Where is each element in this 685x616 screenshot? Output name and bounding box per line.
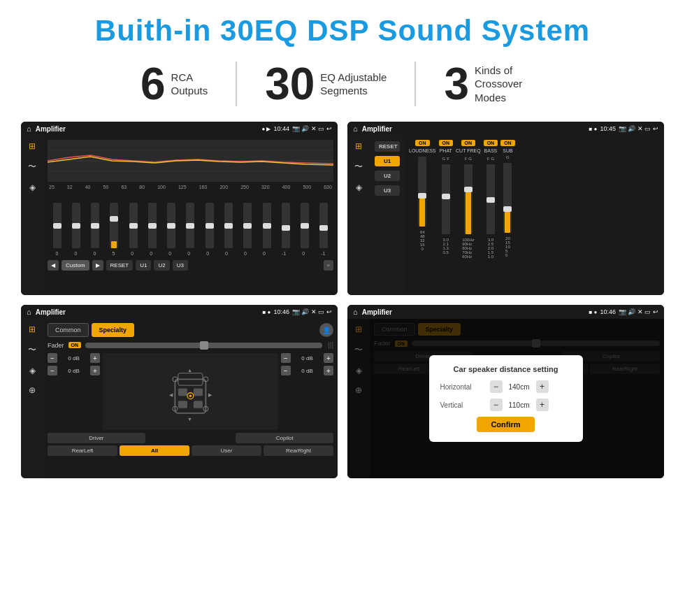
eq-slider-7[interactable] (186, 203, 194, 248)
eq-more-button[interactable]: » (324, 260, 333, 271)
eq-slider-4[interactable] (129, 203, 138, 248)
toggle-sub[interactable]: ON (500, 140, 515, 146)
stat-rca: 6 RCAOutputs (113, 62, 237, 106)
crossover-content: ⊞ 〜 ◈ RESET U1 U2 U3 ON LOUDNESS (347, 136, 664, 295)
spacer (147, 433, 234, 443)
status-bar-1: ⌂ Amplifier ● ▶ 10:44 📷 🔊 ✕ ▭ ↩ (21, 122, 338, 136)
stat-number-crossover: 3 (444, 62, 469, 106)
screen4-background: ⊞ 〜 ◈ ⊕ Common Specialty Fader ON (347, 319, 664, 478)
preset-u3[interactable]: U3 (375, 185, 400, 196)
eq-wave-icon[interactable]: 〜 (28, 161, 36, 173)
eq-slider-2[interactable] (91, 203, 99, 248)
speaker-diagram: − 0 dB + − 0 dB + (48, 353, 333, 430)
toggle-cutfreq[interactable]: ON (461, 140, 476, 146)
speaker-filter-icon[interactable]: ⊞ (29, 324, 36, 334)
reset-btn[interactable]: RESET (375, 141, 400, 152)
speaker-expand-icon[interactable]: ⊕ (29, 385, 36, 395)
dialog-title: Car speaker distance setting (440, 365, 572, 373)
screen-crossover: ⌂ Amplifier ■ ● 10:45 📷 🔊 ✕ ▭ ↩ ⊞ 〜 ◈ RE… (347, 122, 664, 295)
eq-slider-14[interactable] (319, 203, 328, 248)
eq-prev-button[interactable]: ◀ (48, 260, 59, 271)
eq-slider-11[interactable] (263, 203, 271, 248)
eq-slider-12[interactable] (282, 203, 290, 248)
confirm-button[interactable]: Confirm (477, 417, 534, 432)
eq-slider-3[interactable] (110, 203, 118, 248)
dialog-plus-horizontal[interactable]: + (536, 380, 549, 393)
slider-bass[interactable] (486, 164, 495, 234)
label-cutfreq: CUT FREQ (456, 148, 481, 153)
car-diagram: ▲ ▼ ◀ ▶ (103, 353, 278, 430)
svg-text:▼: ▼ (187, 417, 192, 422)
eq-speaker-icon[interactable]: ◈ (29, 182, 36, 192)
eq-slider-5[interactable] (148, 203, 157, 248)
eq-u1-button[interactable]: U1 (136, 260, 151, 271)
btn-rearleft[interactable]: RearLeft (48, 445, 117, 456)
vol-plus-fl[interactable]: + (90, 353, 100, 363)
vol-minus-rr[interactable]: − (281, 366, 291, 375)
svg-rect-9 (194, 401, 203, 408)
slider-phat[interactable] (442, 164, 450, 234)
person-btn[interactable]: 👤 (319, 323, 333, 337)
home-icon-3[interactable]: ⌂ (27, 308, 31, 316)
eq-slider-10[interactable] (243, 203, 252, 248)
eq-reset-button[interactable]: RESET (106, 260, 134, 271)
eq-slider-0[interactable] (53, 203, 62, 248)
eq-u2-button[interactable]: U2 (154, 260, 169, 271)
home-icon-1[interactable]: ⌂ (27, 124, 31, 133)
stat-label-eq: EQ AdjustableSegments (320, 71, 387, 98)
fader-toggle[interactable]: ON (68, 342, 82, 348)
btn-user[interactable]: User (192, 445, 261, 456)
app-name-4: Amplifier (362, 308, 589, 316)
home-icon-2[interactable]: ⌂ (353, 124, 358, 133)
toggle-phat[interactable]: ON (439, 140, 454, 146)
eq-slider-9[interactable] (224, 203, 233, 248)
btn-rearright[interactable]: RearRight (264, 445, 333, 456)
status-icons-3: 📷 🔊 ✕ ▭ ↩ (292, 308, 332, 315)
col-loudness: ON LOUDNESS 644832160 (409, 140, 436, 291)
crossover-filter-icon[interactable]: ⊞ (355, 141, 362, 151)
eq-u3-button[interactable]: U3 (173, 260, 188, 271)
tab-common[interactable]: Common (48, 323, 89, 337)
home-icon-4[interactable]: ⌂ (353, 308, 358, 316)
slider-loudness[interactable] (418, 157, 426, 227)
speaker-ctrl-icon[interactable]: ◈ (29, 366, 36, 375)
speaker-wave-icon[interactable]: 〜 (28, 344, 36, 356)
stat-crossover: 3 Kinds ofCrossover Modes (416, 62, 572, 106)
vol-plus-fr[interactable]: + (324, 353, 333, 363)
crossover-speaker-icon[interactable]: ◈ (356, 182, 362, 192)
svg-text:◀: ◀ (169, 392, 173, 397)
toggle-loudness[interactable]: ON (415, 140, 430, 146)
dialog-plus-vertical[interactable]: + (536, 399, 549, 411)
svg-rect-8 (178, 401, 187, 408)
eq-slider-6[interactable] (167, 203, 175, 248)
crossover-wave-icon[interactable]: 〜 (354, 161, 363, 173)
slider-sub[interactable] (503, 163, 512, 233)
preset-u1[interactable]: U1 (375, 156, 400, 166)
dialog-box: Car speaker distance setting Horizontal … (429, 355, 583, 442)
slider-cutfreq[interactable] (464, 164, 473, 234)
eq-custom-button[interactable]: Custom (62, 260, 89, 271)
btn-all[interactable]: All (120, 445, 189, 456)
fader-slider[interactable] (85, 343, 322, 348)
preset-u2[interactable]: U2 (375, 171, 400, 181)
vol-minus-rl[interactable]: − (48, 366, 57, 375)
eq-next-button[interactable]: ▶ (92, 260, 103, 271)
vol-minus-fl[interactable]: − (48, 353, 57, 363)
eq-slider-13[interactable] (301, 203, 309, 248)
toggle-bass[interactable]: ON (484, 140, 498, 146)
eq-slider-1[interactable] (72, 203, 80, 248)
status-icons-2: 📷 🔊 ✕ ▭ ↩ (619, 125, 658, 132)
vol-plus-rl[interactable]: + (90, 366, 100, 375)
eq-slider-8[interactable] (206, 203, 214, 248)
eq-filter-icon[interactable]: ⊞ (29, 141, 36, 151)
btn-copilot[interactable]: Copilot (236, 433, 333, 443)
eq-freq-labels: 253240506380100125160200250320400500630 (48, 185, 333, 189)
vol-plus-rr[interactable]: + (324, 366, 333, 375)
dialog-minus-horizontal[interactable]: − (490, 380, 503, 393)
dialog-value-horizontal: 140cm (505, 383, 533, 391)
vol-minus-fr[interactable]: − (281, 353, 291, 363)
btn-driver[interactable]: Driver (48, 433, 145, 443)
dialog-minus-vertical[interactable]: − (490, 399, 503, 411)
tab-specialty[interactable]: Specialty (92, 323, 135, 337)
dialog-row-vertical: Vertical − 110cm + (440, 399, 572, 411)
